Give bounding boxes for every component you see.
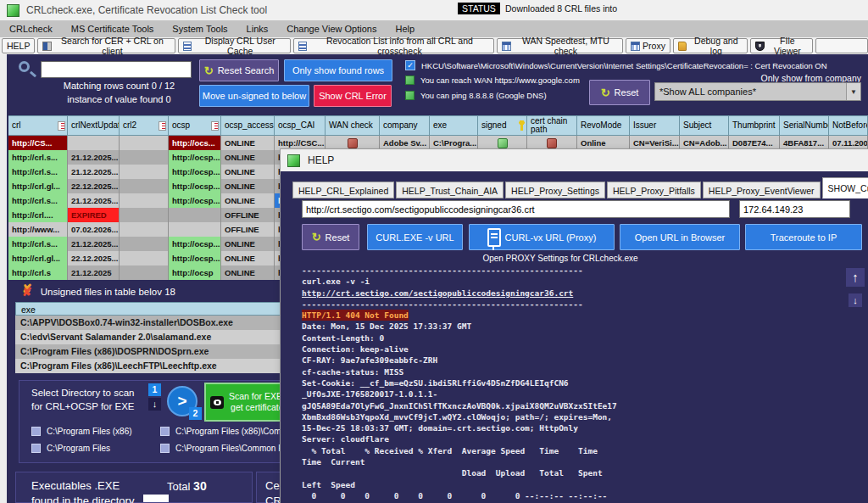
checkbox[interactable] (31, 444, 41, 453)
checkbox[interactable] (160, 444, 170, 453)
exe-column-header[interactable]: exe (15, 302, 303, 316)
exe-file-row[interactable]: C:\Program Files (x86)\LeechFTP\Leechftp… (15, 359, 303, 373)
only-show-found-rows-button[interactable]: Only show found rows (284, 59, 392, 81)
table-cell[interactable]: http://www... (8, 222, 68, 237)
filter-icon[interactable] (58, 121, 65, 131)
filter-icon[interactable] (159, 121, 166, 131)
column-header[interactable]: exe (430, 115, 478, 136)
table-cell[interactable]: http://crl.... (8, 208, 68, 222)
table-cell[interactable] (120, 150, 169, 165)
table-cell[interactable]: http://CSC... (275, 136, 326, 150)
directory-option[interactable]: C:\Program Files (x86) (31, 427, 148, 436)
table-cell[interactable]: C:\Progra... (430, 136, 478, 150)
traceroute-button[interactable]: Traceroute to IP (745, 224, 862, 250)
table-cell[interactable]: http://CS... (8, 136, 68, 150)
table-cell[interactable]: http://ocs... (169, 136, 221, 150)
table-cell[interactable] (120, 208, 169, 222)
curl-url-button[interactable]: CURL.EXE -v URL (367, 224, 463, 250)
table-cell[interactable] (120, 179, 169, 193)
toolbar-button[interactable]: FIle Viewer (750, 38, 813, 53)
table-cell[interactable] (120, 165, 169, 179)
toolbar-button[interactable]: Debug and log (673, 38, 748, 53)
menu-item[interactable]: CRLcheck (0, 20, 62, 37)
column-header[interactable]: crl (8, 115, 68, 136)
toolbar-button[interactable]: Proxy (626, 38, 670, 53)
table-cell[interactable]: ONLINE (221, 136, 275, 150)
help-tab[interactable]: HELP_Proxy_Settings (505, 182, 605, 198)
column-header[interactable]: WAN check (326, 115, 380, 136)
directory-option[interactable]: C:\Program Files (31, 444, 148, 453)
column-header[interactable]: Subject (680, 115, 729, 136)
table-cell[interactable]: ONLINE (221, 251, 275, 265)
table-cell[interactable]: http://crl.s... (8, 165, 68, 179)
table-cell[interactable]: ONLINE (221, 193, 275, 208)
table-cell[interactable]: OFFLINE (221, 208, 275, 222)
toolbar-button[interactable]: WAN Speedtest, MTU check (497, 38, 623, 53)
table-cell[interactable]: D087E74... (729, 136, 780, 150)
table-cell[interactable]: 21.12.2025... (68, 237, 120, 251)
column-header[interactable]: ocsp_access (221, 115, 275, 136)
table-cell[interactable]: 07.02.2026... (68, 222, 120, 237)
move-unsigned-button[interactable]: Move un-signed to below (199, 85, 309, 107)
curl-proxy-button[interactable]: CURL-vx URL (Proxy) (469, 224, 615, 250)
table-cell[interactable]: ONLINE (221, 265, 275, 280)
help-title-bar[interactable]: HELP (281, 149, 868, 171)
column-header[interactable]: NotBefore (829, 115, 868, 136)
curl-output-terminal[interactable]: ----------------------------------------… (302, 265, 836, 503)
table-cell[interactable]: 4BFA817... (780, 136, 829, 150)
table-cell[interactable]: http://crl.s... (8, 150, 68, 165)
column-header[interactable]: signed (478, 115, 527, 136)
table-cell[interactable] (120, 265, 169, 280)
open-url-browser-button[interactable]: Open URL in Browser (620, 224, 740, 250)
exe-file-row[interactable]: C:\APPV\DOSBox0.74-win32-installer\DOSBo… (15, 316, 303, 330)
menu-item[interactable]: Change View Options (277, 20, 386, 37)
exe-file-row[interactable]: C:\edv\Servant Salamander 2.0\salamand.e… (15, 330, 303, 344)
scroll-up-icon[interactable]: ↑ (846, 268, 865, 287)
reset-search-button[interactable]: ↻ Reset Search (199, 59, 279, 81)
scroll-down-icon[interactable]: ↓ (849, 293, 862, 307)
url-input[interactable] (302, 200, 730, 218)
table-cell[interactable]: http://ocsp.... (169, 165, 221, 179)
filter-icon[interactable] (211, 121, 219, 131)
chevron-down-icon[interactable]: ▼ (846, 83, 860, 100)
menu-item[interactable]: Help (386, 20, 424, 37)
table-cell[interactable] (120, 251, 169, 265)
table-cell[interactable]: 22.12.2025... (68, 179, 120, 193)
table-cell[interactable]: OFFLINE (221, 222, 275, 237)
column-header[interactable]: crlNextUpdat (68, 115, 120, 136)
table-cell[interactable]: http://crl.s... (8, 237, 68, 251)
table-cell[interactable]: http://ocsp.... (169, 193, 221, 208)
table-cell[interactable]: http://ocsp.... (169, 251, 221, 265)
table-cell[interactable]: CN=Adob... (680, 136, 729, 150)
toolbar-button[interactable] (815, 38, 868, 53)
toolbar-button[interactable]: Search for CER + CRL on client (37, 38, 175, 53)
reset-company-filter-button[interactable]: ↻ Reset (589, 80, 650, 105)
checkbox[interactable] (31, 427, 41, 436)
table-cell[interactable] (120, 222, 169, 237)
table-cell[interactable]: 21.12.2025... (68, 193, 120, 208)
exe-count-box[interactable] (143, 495, 169, 502)
ip-input[interactable] (739, 200, 850, 218)
table-cell[interactable]: 21.12.2025 (68, 265, 120, 280)
help-tab[interactable]: HELP_Proxy_Pitfalls (607, 182, 701, 198)
table-cell[interactable] (169, 208, 221, 222)
table-cell[interactable]: http://crl.s (8, 265, 68, 280)
table-cell[interactable]: 21.12.2025... (68, 165, 120, 179)
exe-file-row[interactable]: C:\Program Files (x86)\DOSPRN\DOSprn.exe (15, 344, 303, 359)
table-cell[interactable]: http://crl.gl... (8, 251, 68, 265)
table-cell[interactable]: 21.12.2025... (68, 150, 120, 165)
table-cell[interactable]: http://ocsp.... (169, 150, 221, 165)
table-cell[interactable]: 07.11.2007 (829, 136, 868, 150)
table-cell[interactable]: Adobe Sv... (380, 136, 430, 150)
help-tab[interactable]: HELP_Trust_Chain_AIA (396, 182, 504, 198)
table-cell[interactable]: ONLINE (221, 179, 275, 193)
table-cell[interactable] (120, 193, 169, 208)
toolbar-button[interactable]: Revocation List info from all CRL and cr… (293, 38, 494, 53)
help-tab[interactable]: SHOW_Curl (822, 177, 868, 198)
menu-item[interactable]: System Tools (163, 20, 236, 37)
menu-item[interactable]: MS Certificate Tools (62, 20, 164, 37)
toolbar-button[interactable]: HELP (2, 38, 35, 53)
column-header[interactable]: ocsp (169, 115, 221, 136)
search-input[interactable] (41, 61, 192, 78)
help-reset-button[interactable]: ↻ Reset (302, 224, 359, 250)
